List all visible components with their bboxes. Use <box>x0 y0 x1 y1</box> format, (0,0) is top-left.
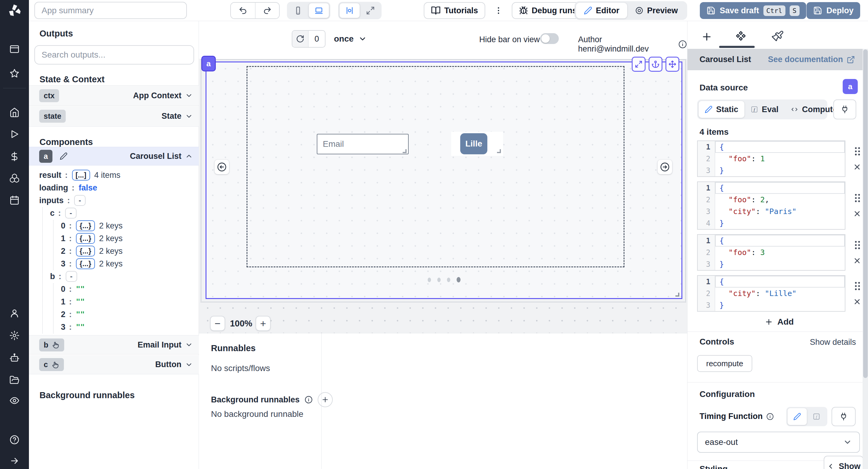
connect-data-button[interactable] <box>833 99 856 119</box>
json-editor[interactable]: 1{2 "foo": 2,3 "city": "Paris"4} <box>697 182 845 230</box>
json-editor-line[interactable]: 1{ <box>698 235 845 247</box>
chevron-down-icon[interactable] <box>185 113 193 120</box>
mobile-view-button[interactable] <box>288 3 308 18</box>
json-editor[interactable]: 1{2 "foo": 13} <box>697 140 845 177</box>
styling-show-button[interactable]: Show <box>824 456 864 469</box>
component-b-row[interactable]: b Email Input <box>29 335 199 354</box>
info-icon[interactable] <box>678 40 687 49</box>
json-editor[interactable]: 1{2 "foo": 33} <box>697 234 845 271</box>
json-editor[interactable]: 1{2 "city": "Lille"3} <box>697 275 845 312</box>
add-background-runnable-button[interactable] <box>318 392 333 407</box>
show-details-link[interactable]: Show details <box>810 338 856 347</box>
timing-static-button[interactable] <box>787 408 807 425</box>
output-tree-row[interactable]: 0:"" <box>29 283 199 295</box>
zoom-in-button[interactable]: + <box>255 316 271 331</box>
info-icon[interactable] <box>304 396 313 404</box>
drag-handle-icon[interactable] <box>854 147 861 156</box>
delete-item-button[interactable] <box>853 163 861 171</box>
delete-item-button[interactable] <box>853 298 861 306</box>
schedules-nav-button[interactable] <box>9 195 20 205</box>
schedule-dropdown[interactable]: once <box>334 34 367 44</box>
favorites-nav-button[interactable] <box>9 68 20 79</box>
json-editor-line[interactable]: 2 "city": "Lille" <box>698 287 845 299</box>
variables-nav-button[interactable] <box>9 151 20 162</box>
tutorials-button[interactable]: Tutorials <box>424 2 485 19</box>
json-editor-line[interactable]: 1{ <box>698 141 845 153</box>
folders-nav-button[interactable] <box>9 375 20 385</box>
static-mode-button[interactable]: Static <box>699 101 744 118</box>
preview-mode-button[interactable]: Preview <box>627 3 686 19</box>
json-editor-line[interactable]: 3 "city": "Paris" <box>698 206 845 217</box>
carousel-dot[interactable] <box>428 278 431 282</box>
output-tree-row[interactable]: 1:{...}2 keys <box>29 232 199 245</box>
settings-tab[interactable] <box>734 30 747 43</box>
more-menu-button[interactable] <box>492 4 505 17</box>
output-tree-row[interactable]: 3:{...}2 keys <box>29 257 199 270</box>
output-tree-row[interactable]: b:- <box>29 270 199 283</box>
json-editor-line[interactable]: 1{ <box>698 276 845 287</box>
output-tree-row[interactable]: inputs:- <box>29 194 199 207</box>
center-content-button[interactable] <box>339 3 360 18</box>
desktop-view-button[interactable] <box>309 3 329 18</box>
json-editor-line[interactable]: 1{ <box>698 182 845 194</box>
timing-function-select[interactable]: ease-out <box>697 432 860 453</box>
carousel-button[interactable]: Lille <box>460 133 487 154</box>
delete-item-button[interactable] <box>853 210 861 218</box>
redo-button[interactable] <box>255 3 279 19</box>
rename-component-button[interactable] <box>57 149 70 163</box>
resize-handle[interactable] <box>403 149 407 153</box>
email-input-component[interactable] <box>317 134 409 154</box>
recompute-button[interactable]: recompute <box>697 355 752 372</box>
editor-mode-button[interactable]: Editor <box>576 3 627 19</box>
output-tree-row[interactable]: c:- <box>29 207 199 219</box>
chevron-down-icon[interactable] <box>185 341 193 349</box>
settings-nav-button[interactable] <box>9 330 20 341</box>
output-tree-row[interactable]: 0:{...}2 keys <box>29 219 199 232</box>
drag-handle-icon[interactable] <box>854 193 861 203</box>
carousel-inner-container[interactable] <box>247 66 624 268</box>
chevron-down-icon[interactable] <box>185 361 193 369</box>
help-button[interactable] <box>9 435 20 445</box>
json-editor-line[interactable]: 3} <box>698 258 845 270</box>
json-editor-line[interactable]: 4} <box>698 217 845 229</box>
carousel-prev-button[interactable] <box>215 160 229 174</box>
insert-tab[interactable] <box>701 31 712 42</box>
users-nav-button[interactable] <box>9 308 20 318</box>
carousel-dot[interactable] <box>447 278 450 282</box>
output-tree-row[interactable]: 1:"" <box>29 295 199 308</box>
zoom-out-button[interactable]: − <box>210 316 225 331</box>
json-editor-line[interactable]: 3} <box>698 299 845 311</box>
workers-nav-button[interactable] <box>9 353 20 363</box>
undo-button[interactable] <box>231 3 255 19</box>
drag-handle-icon[interactable] <box>854 240 861 250</box>
runs-nav-button[interactable] <box>9 129 20 139</box>
scrollbar-thumb[interactable] <box>863 50 868 378</box>
component-c-row[interactable]: c Button <box>29 355 199 374</box>
audit-nav-button[interactable] <box>9 396 20 406</box>
styling-tab[interactable] <box>771 30 784 43</box>
fullwidth-button[interactable] <box>361 3 380 18</box>
carousel-component[interactable]: Lille <box>206 61 682 299</box>
save-draft-button[interactable]: Save draft Ctrl S <box>700 2 806 19</box>
carousel-dot[interactable] <box>437 278 441 282</box>
carousel-next-button[interactable] <box>658 160 672 174</box>
app-canvas[interactable]: a Lille − 100% <box>199 59 687 333</box>
eval-mode-button[interactable]: f Eval <box>744 101 785 118</box>
output-tree-row[interactable]: 3:"" <box>29 321 199 333</box>
refresh-control[interactable]: 0 <box>292 30 326 48</box>
search-outputs-input[interactable] <box>34 45 194 64</box>
output-tree-row[interactable]: 2:"" <box>29 308 199 321</box>
timing-eval-button[interactable]: f <box>807 408 826 425</box>
output-tree-row[interactable]: 2:{...}2 keys <box>29 245 199 257</box>
home-nav-button[interactable] <box>9 107 20 118</box>
anchor-component-button[interactable] <box>649 57 662 72</box>
state-row[interactable]: state State <box>29 106 199 127</box>
delete-item-button[interactable] <box>853 256 861 265</box>
drag-handle-icon[interactable] <box>854 281 861 291</box>
resize-handle[interactable] <box>497 149 501 153</box>
timing-connect-button[interactable] <box>832 407 856 426</box>
expand-component-button[interactable] <box>632 57 646 72</box>
chevron-up-icon[interactable] <box>185 152 193 160</box>
component-a-row[interactable]: a Carousel List <box>29 147 199 165</box>
move-component-button[interactable] <box>665 57 679 72</box>
